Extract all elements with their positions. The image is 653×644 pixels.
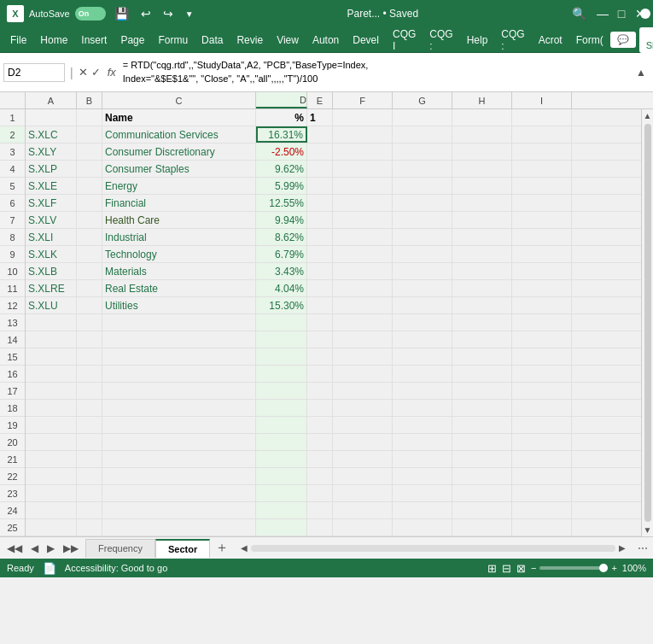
cell-g-7[interactable] (393, 212, 452, 228)
zoom-out-icon[interactable]: − (531, 563, 536, 573)
cell-h-7[interactable] (452, 212, 512, 228)
cell-c-20[interactable] (102, 434, 256, 450)
cell-d-9[interactable]: 6.79% (256, 246, 307, 262)
cell-e-19[interactable] (307, 417, 333, 433)
cell-a-7[interactable]: S.XLV (26, 212, 77, 228)
vertical-scrollbar[interactable]: ▲ ▼ (641, 109, 653, 536)
cell-f-6[interactable] (333, 195, 393, 211)
h-scroll-right-icon[interactable]: ▶ (619, 543, 626, 553)
cell-g-12[interactable] (393, 297, 452, 313)
cell-e-1[interactable]: 1 (307, 109, 333, 126)
cell-c-13[interactable] (102, 314, 256, 331)
col-header-f[interactable]: F (333, 92, 393, 108)
cell-d-18[interactable] (256, 400, 307, 416)
cell-i-7[interactable] (512, 212, 572, 228)
cell-c-14[interactable] (102, 331, 256, 348)
cell-c-5[interactable]: Energy (102, 178, 256, 194)
cell-c-3[interactable]: Consumer Discretionary (102, 143, 256, 160)
cell-g-23[interactable] (393, 485, 452, 501)
share-button[interactable]: ↑ Share (639, 27, 653, 53)
cell-e-24[interactable] (307, 502, 333, 518)
cell-b-24[interactable] (77, 502, 102, 518)
table-row[interactable] (26, 502, 641, 519)
menu-acrobat[interactable]: Acrot (532, 31, 569, 50)
cell-i-23[interactable] (512, 485, 572, 501)
cell-c-12[interactable]: Utilities (102, 297, 256, 313)
toolbar-undo-icon[interactable]: ↩ (137, 5, 155, 22)
cell-i-18[interactable] (512, 400, 572, 416)
cell-c-18[interactable] (102, 400, 256, 416)
cell-g-17[interactable] (393, 383, 452, 399)
cell-e-8[interactable] (307, 229, 333, 245)
menu-home[interactable]: Home (33, 31, 74, 50)
zoom-slider[interactable] (539, 566, 608, 570)
cell-c-16[interactable] (102, 366, 256, 382)
table-row[interactable]: S.XLVHealth Care9.94% (26, 212, 641, 229)
cell-i-21[interactable] (512, 451, 572, 467)
cell-d-20[interactable] (256, 434, 307, 450)
cell-i-9[interactable] (512, 246, 572, 262)
cell-g-18[interactable] (393, 400, 452, 416)
cell-g-9[interactable] (393, 246, 452, 262)
cell-g-10[interactable] (393, 263, 452, 279)
tab-left-icon[interactable]: ◀ (27, 541, 42, 556)
cell-f-11[interactable] (333, 280, 393, 296)
cell-b-11[interactable] (77, 280, 102, 296)
comment-button[interactable]: 💬 (610, 32, 636, 48)
menu-form[interactable]: Form( (569, 31, 610, 50)
table-row[interactable]: S.XLYConsumer Discretionary-2.50% (26, 143, 641, 161)
maximize-button[interactable]: □ (615, 8, 627, 20)
cell-d-15[interactable] (256, 348, 307, 365)
menu-file[interactable]: File (3, 31, 33, 50)
cell-c-4[interactable]: Consumer Staples (102, 161, 256, 177)
cell-d-4[interactable]: 9.62% (256, 161, 307, 177)
cell-a-9[interactable]: S.XLK (26, 246, 77, 262)
cancel-formula-icon[interactable]: ✕ (79, 66, 88, 79)
cell-h-9[interactable] (452, 246, 512, 262)
cell-a-24[interactable] (26, 502, 77, 518)
cell-h-16[interactable] (452, 366, 512, 382)
cell-b-4[interactable] (77, 161, 102, 177)
zoom-in-icon[interactable]: + (611, 563, 616, 573)
cell-h-20[interactable] (452, 434, 512, 450)
table-row[interactable]: S.XLBMaterials3.43% (26, 263, 641, 280)
cell-i-22[interactable] (512, 468, 572, 484)
cell-c-21[interactable] (102, 451, 256, 467)
col-header-g[interactable]: G (393, 92, 452, 108)
table-row[interactable]: S.XLUUtilities15.30% (26, 297, 641, 314)
cell-a-21[interactable] (26, 451, 77, 467)
cell-g-2[interactable] (393, 126, 452, 143)
cell-a-18[interactable] (26, 400, 77, 416)
cell-g-4[interactable] (393, 161, 452, 177)
cell-h-24[interactable] (452, 502, 512, 518)
cell-h-21[interactable] (452, 451, 512, 467)
table-row[interactable]: Name%1 (26, 109, 641, 126)
cell-c-17[interactable] (102, 383, 256, 399)
cell-a-13[interactable] (26, 314, 77, 331)
tab-frequency[interactable]: Frequency (85, 539, 155, 558)
cell-d-24[interactable] (256, 502, 307, 518)
cell-h-22[interactable] (452, 468, 512, 484)
cell-a-8[interactable]: S.XLI (26, 229, 77, 245)
cell-g-16[interactable] (393, 366, 452, 382)
menu-auton[interactable]: Auton (306, 31, 346, 50)
cell-d-10[interactable]: 3.43% (256, 263, 307, 279)
cell-f-20[interactable] (333, 434, 393, 450)
col-header-h[interactable]: H (452, 92, 512, 108)
cell-g-19[interactable] (393, 417, 452, 433)
cell-g-20[interactable] (393, 434, 452, 450)
table-row[interactable] (26, 314, 641, 331)
cell-b-6[interactable] (77, 195, 102, 211)
cell-a-14[interactable] (26, 331, 77, 348)
cell-d-8[interactable]: 8.62% (256, 229, 307, 245)
cell-f-1[interactable] (333, 109, 393, 126)
cell-d-13[interactable] (256, 314, 307, 331)
menu-cqg3[interactable]: CQG : (494, 25, 531, 56)
cell-g-13[interactable] (393, 314, 452, 331)
cell-a-20[interactable] (26, 434, 77, 450)
table-row[interactable] (26, 519, 641, 536)
expand-formula-icon[interactable]: ▲ (633, 67, 650, 79)
menu-cqg1[interactable]: CQG I (386, 25, 423, 56)
cell-c-10[interactable]: Materials (102, 263, 256, 279)
cell-f-18[interactable] (333, 400, 393, 416)
